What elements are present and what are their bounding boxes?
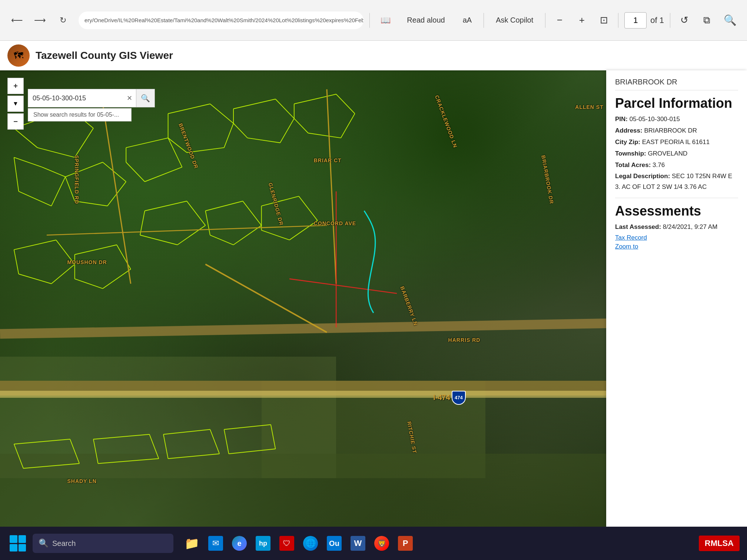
svg-line-5 xyxy=(14,157,42,167)
last-assessed-label: Last Assessed: xyxy=(615,223,661,230)
street-label-allen: ALLEN ST xyxy=(575,104,603,110)
toolbar-divider-1 xyxy=(369,13,370,28)
zoom-in-map-button[interactable]: + xyxy=(7,78,24,94)
windows-logo xyxy=(10,535,26,551)
taskbar-app-explorer[interactable]: 📁 xyxy=(182,533,202,554)
taskbar-search-box[interactable]: 🔍 Search xyxy=(33,534,173,553)
taskbar-app-powerpoint[interactable]: P xyxy=(395,533,416,554)
gis-header: 🗺 Tazewell County GIS Viewer xyxy=(0,41,747,70)
street-label-concord: CONCORD AVE xyxy=(314,220,356,226)
search-execute-button[interactable]: 🔍 xyxy=(136,89,155,107)
svg-line-22 xyxy=(224,123,233,148)
fit-page-button[interactable]: ⊡ xyxy=(596,12,612,29)
svg-line-29 xyxy=(248,138,280,143)
legal-label: Legal Description: xyxy=(615,173,670,180)
taskbar-app-word[interactable]: W xyxy=(348,533,368,554)
svg-line-79 xyxy=(103,104,131,284)
forward-button[interactable]: ⟶ xyxy=(30,11,50,30)
svg-line-47 xyxy=(205,211,210,235)
taskbar-app-mail[interactable]: ✉ xyxy=(205,533,226,554)
svg-line-84 xyxy=(289,279,397,293)
svg-line-70 xyxy=(93,439,98,464)
svg-line-68 xyxy=(149,434,159,459)
city-zip-value: EAST PEORIA IL 61611 xyxy=(642,139,710,146)
ask-copilot-button[interactable]: Ask Copilot xyxy=(490,13,539,27)
svg-line-39 xyxy=(187,201,205,226)
svg-line-20 xyxy=(168,104,210,114)
pin-label: PIN: xyxy=(615,116,628,123)
search-clear-button[interactable]: ✕ xyxy=(123,94,136,102)
win-quad-2 xyxy=(19,535,26,543)
taskbar-app-defender[interactable]: 🛡 xyxy=(276,533,297,554)
read-aloud-button[interactable]: Read aloud xyxy=(401,13,451,27)
gis-logo: 🗺 xyxy=(7,44,30,67)
assessments-title: Assessments xyxy=(615,203,738,219)
search-hint[interactable]: Show search results for 05-05-... xyxy=(28,108,132,121)
svg-line-26 xyxy=(233,99,275,109)
acres-label: Total Acres: xyxy=(615,161,651,169)
tax-record-link[interactable]: Tax Record xyxy=(615,234,738,241)
svg-line-80 xyxy=(205,264,327,333)
township-value: GROVELAND xyxy=(648,150,687,157)
win-quad-1 xyxy=(10,535,17,543)
svg-line-44 xyxy=(243,201,261,226)
acres-value: 3.76 xyxy=(653,161,665,169)
parcel-street-label: BRIARBROOK DR xyxy=(615,78,738,90)
svg-line-21 xyxy=(210,104,233,123)
i474-text: I-474 xyxy=(433,393,450,402)
svg-line-16 xyxy=(168,138,182,167)
immersive-reader-icon[interactable]: 📖 xyxy=(376,11,395,30)
refresh-button[interactable]: ↻ xyxy=(53,11,73,30)
svg-line-72 xyxy=(210,430,219,454)
taskbar-apps: 📁 ✉ e hp 🛡 🌐 Ou W 🦁 P xyxy=(182,533,416,554)
parcel-acres-field: Total Acres: 3.76 xyxy=(615,160,738,171)
svg-line-75 xyxy=(224,424,271,429)
svg-line-76 xyxy=(271,424,276,449)
interstate-474-badge: I-474 474 xyxy=(433,391,466,405)
street-label-briar: BRIAR CT xyxy=(314,157,342,163)
svg-line-51 xyxy=(262,230,290,240)
svg-line-82 xyxy=(47,226,327,235)
taskbar-app-brave[interactable]: 🦁 xyxy=(371,533,392,554)
zoom-in-button[interactable]: + xyxy=(574,12,590,29)
svg-line-69 xyxy=(98,459,159,463)
rotate-button[interactable]: ↺ xyxy=(676,12,693,29)
taskbar-app-hp[interactable]: hp xyxy=(253,533,273,554)
taskbar-search-icon: 🔍 xyxy=(39,539,49,548)
taskbar-app-outlook[interactable]: Ou xyxy=(324,533,345,554)
zoom-out-map-button[interactable]: − xyxy=(7,113,24,130)
back-button[interactable]: ⟵ xyxy=(7,11,27,30)
gis-map-container[interactable]: 🗺 Tazewell County GIS Viewer + ▼ − ✕ 🔍 S… xyxy=(0,41,747,527)
url-text: ery/OneDrive/IL%20Real%20Estate/Tami%20a… xyxy=(84,17,363,23)
svg-line-77 xyxy=(229,449,275,454)
start-button[interactable] xyxy=(7,533,28,554)
zoom-out-button[interactable]: − xyxy=(551,12,568,29)
taskbar-app-browser[interactable]: e xyxy=(229,533,250,554)
svg-line-10 xyxy=(65,162,103,177)
parcel-legal-field: Legal Description: SEC 10 T25N R4W E 3. … xyxy=(615,171,738,193)
layer-dropdown-button[interactable]: ▼ xyxy=(7,96,24,112)
taskbar-app-edge[interactable]: 🌐 xyxy=(300,533,321,554)
svg-line-18 xyxy=(126,162,145,181)
parcel-search-input[interactable] xyxy=(28,89,123,107)
svg-line-60 xyxy=(103,269,131,289)
url-bar[interactable]: ery/OneDrive/IL%20Real%20Estate/Tami%20a… xyxy=(79,11,363,29)
parcel-pin-field: PIN: 05-05-10-300-015 xyxy=(615,114,738,125)
win-quad-4 xyxy=(19,544,26,552)
page-number-input[interactable] xyxy=(624,12,647,29)
panel-divider xyxy=(615,198,738,198)
toolbar-divider-3 xyxy=(545,13,545,28)
zoom-to-link[interactable]: Zoom to xyxy=(615,243,738,250)
text-size-button[interactable]: aA xyxy=(457,13,478,27)
copy-button[interactable]: ⧉ xyxy=(698,12,715,29)
toolbar-divider-4 xyxy=(618,13,618,28)
street-label-shady: SHADY LN xyxy=(67,478,96,484)
pin-value: 05-05-10-300-015 xyxy=(630,116,680,123)
svg-line-74 xyxy=(163,434,168,459)
search-button[interactable]: 🔍 xyxy=(721,11,740,29)
svg-line-38 xyxy=(145,201,187,211)
svg-line-4 xyxy=(14,128,37,147)
page-of-label: of 1 xyxy=(650,16,664,25)
svg-line-34 xyxy=(341,114,355,138)
map-search-bar: ✕ 🔍 xyxy=(28,89,155,107)
